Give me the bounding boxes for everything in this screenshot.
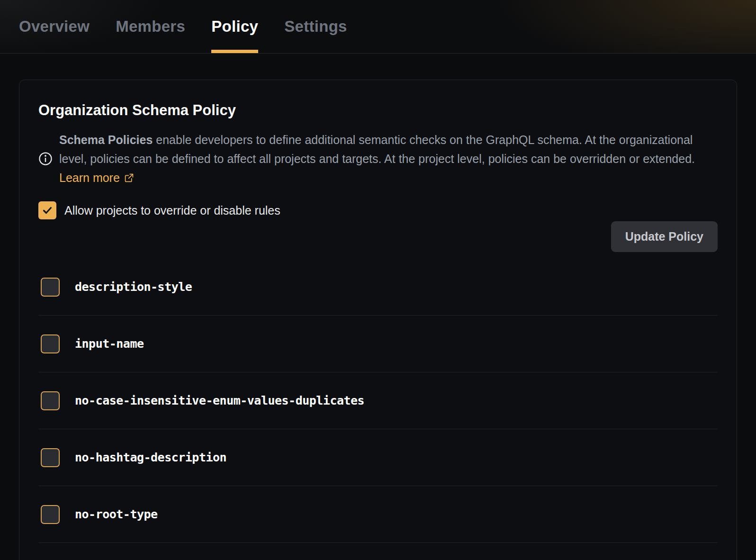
page-title: Organization Schema Policy (38, 102, 718, 119)
rules-list: description-styleinput-nameno-case-insen… (38, 259, 718, 543)
rule-row: description-style (38, 259, 718, 316)
rule-checkbox[interactable] (41, 505, 60, 524)
top-navigation: OverviewMembersPolicySettings (0, 0, 756, 54)
allow-override-row[interactable]: Allow projects to override or disable ru… (38, 201, 280, 219)
rule-name: description-style (75, 280, 192, 294)
rule-name: no-hashtag-description (75, 451, 226, 464)
rule-row: no-case-insensitive-enum-values-duplicat… (38, 372, 718, 429)
learn-more-link[interactable]: Learn more (59, 171, 134, 184)
description-text: enable developers to define additional s… (59, 133, 695, 165)
rule-checkbox[interactable] (41, 448, 60, 467)
allow-override-label: Allow projects to override or disable ru… (64, 204, 280, 217)
rule-checkbox[interactable] (41, 278, 60, 297)
external-link-icon (124, 173, 134, 183)
rule-checkbox[interactable] (41, 391, 60, 410)
learn-more-label: Learn more (59, 171, 120, 184)
rule-name: no-root-type (75, 507, 158, 521)
button-row: Update Policy (38, 221, 718, 252)
info-icon (38, 152, 53, 166)
rule-row: input-name (38, 316, 718, 372)
tab-overview[interactable]: Overview (19, 0, 90, 53)
tab-members[interactable]: Members (116, 0, 185, 53)
rule-row: no-hashtag-description (38, 429, 718, 486)
description-paragraph: Schema Policies enable developers to def… (59, 130, 715, 187)
main-content: Organization Schema Policy Schema Polici… (0, 54, 756, 560)
policy-description: Schema Policies enable developers to def… (38, 130, 718, 187)
rule-checkbox[interactable] (41, 334, 60, 353)
update-policy-button[interactable]: Update Policy (611, 221, 718, 252)
policy-card: Organization Schema Policy Schema Polici… (19, 80, 737, 560)
rule-name: input-name (75, 337, 144, 351)
tab-settings[interactable]: Settings (284, 0, 347, 53)
tab-policy[interactable]: Policy (211, 0, 258, 53)
tab-bar: OverviewMembersPolicySettings (19, 0, 756, 53)
rule-row: no-root-type (38, 486, 718, 543)
rule-name: no-case-insensitive-enum-values-duplicat… (75, 394, 364, 407)
allow-override-checkbox[interactable] (38, 201, 56, 219)
description-lead: Schema Policies (59, 133, 153, 146)
